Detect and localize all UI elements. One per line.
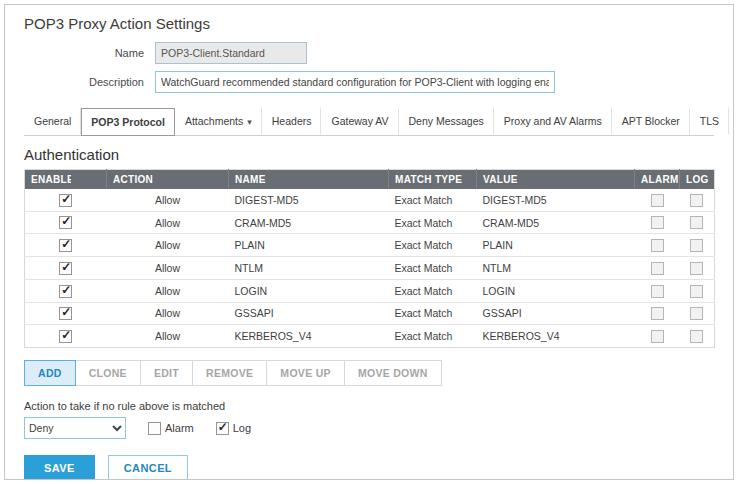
tab-general[interactable]: General — [24, 107, 81, 135]
name-cell: PLAIN — [229, 234, 389, 257]
move-down-button[interactable]: MOVE DOWN — [344, 360, 442, 386]
tab-bar: General POP3 Protocol Attachments▾ Heade… — [24, 107, 714, 136]
alarm-option[interactable]: Alarm — [148, 422, 194, 435]
table-row[interactable]: Allow PLAIN Exact Match PLAIN — [25, 234, 715, 257]
alarm-checkbox[interactable] — [651, 194, 664, 207]
col-header-alarm: ALARM — [635, 170, 680, 190]
no-rule-log-label: Log — [233, 422, 251, 434]
table-row[interactable]: Allow GSSAPI Exact Match GSSAPI — [25, 302, 715, 325]
authentication-rules-table: ENABLED ACTION NAME MATCH TYPE VALUE ALA… — [24, 169, 715, 348]
log-checkbox[interactable] — [690, 262, 703, 275]
col-header-log: LOG — [680, 170, 715, 190]
table-row[interactable]: Allow NTLM Exact Match NTLM — [25, 257, 715, 280]
clone-button[interactable]: CLONE — [75, 360, 141, 386]
no-rule-alarm-checkbox[interactable] — [148, 422, 161, 435]
log-checkbox[interactable] — [690, 194, 703, 207]
footer-actions: SAVE CANCEL — [24, 455, 714, 480]
alarm-checkbox[interactable] — [651, 330, 664, 343]
log-checkbox[interactable] — [690, 239, 703, 252]
section-title: Authentication — [24, 146, 714, 163]
enabled-checkbox[interactable] — [59, 285, 72, 298]
match-type-cell: Exact Match — [389, 279, 477, 302]
action-cell: Allow — [107, 302, 229, 325]
table-header-row: ENABLED ACTION NAME MATCH TYPE VALUE ALA… — [25, 170, 715, 190]
edit-button[interactable]: EDIT — [140, 360, 193, 386]
tab-gateway-av[interactable]: Gateway AV — [321, 107, 398, 135]
name-cell: DIGEST-MD5 — [229, 189, 389, 211]
value-cell: DIGEST-MD5 — [477, 189, 635, 211]
page-title: POP3 Proxy Action Settings — [24, 15, 714, 32]
description-row: Description — [24, 71, 714, 93]
alarm-checkbox[interactable] — [651, 216, 664, 229]
table-row[interactable]: Allow CRAM-MD5 Exact Match CRAM-MD5 — [25, 211, 715, 234]
enabled-checkbox[interactable] — [59, 262, 72, 275]
no-rule-action-select[interactable]: Deny — [24, 417, 126, 439]
action-cell: Allow — [107, 234, 229, 257]
col-header-name: NAME — [229, 170, 389, 190]
match-type-cell: Exact Match — [389, 234, 477, 257]
name-cell: NTLM — [229, 257, 389, 280]
name-cell: LOGIN — [229, 279, 389, 302]
value-cell: CRAM-MD5 — [477, 211, 635, 234]
col-header-value: VALUE — [477, 170, 635, 190]
tab-deny-messages[interactable]: Deny Messages — [399, 107, 494, 135]
enabled-checkbox[interactable] — [59, 330, 72, 343]
tab-proxy-and-av-alarms[interactable]: Proxy and AV Alarms — [494, 107, 612, 135]
settings-page: POP3 Proxy Action Settings Name Descript… — [4, 4, 734, 480]
no-rule-controls: Deny Alarm Log — [24, 417, 714, 439]
match-type-cell: Exact Match — [389, 211, 477, 234]
table-row[interactable]: Allow LOGIN Exact Match LOGIN — [25, 279, 715, 302]
enabled-checkbox[interactable] — [59, 194, 72, 207]
no-rule-log-checkbox[interactable] — [216, 422, 229, 435]
chevron-down-icon: ▾ — [247, 117, 252, 127]
table-row[interactable]: Allow KERBEROS_V4 Exact Match KERBEROS_V… — [25, 325, 715, 348]
add-button[interactable]: ADD — [24, 360, 76, 386]
value-cell: PLAIN — [477, 234, 635, 257]
name-input[interactable] — [155, 42, 307, 64]
match-type-cell: Exact Match — [389, 302, 477, 325]
name-label: Name — [24, 47, 144, 59]
description-label: Description — [24, 76, 144, 88]
alarm-checkbox[interactable] — [651, 307, 664, 320]
action-cell: Allow — [107, 211, 229, 234]
enabled-checkbox[interactable] — [59, 307, 72, 320]
tab-pop3-protocol[interactable]: POP3 Protocol — [81, 108, 175, 136]
log-checkbox[interactable] — [690, 216, 703, 229]
col-header-enabled: ENABLED — [25, 170, 107, 190]
description-input[interactable] — [155, 71, 555, 93]
value-cell: LOGIN — [477, 279, 635, 302]
no-rule-matched-label: Action to take if no rule above is match… — [24, 400, 714, 412]
col-header-match-type: MATCH TYPE — [389, 170, 477, 190]
save-button[interactable]: SAVE — [24, 455, 95, 480]
alarm-checkbox[interactable] — [651, 239, 664, 252]
match-type-cell: Exact Match — [389, 189, 477, 211]
alarm-checkbox[interactable] — [651, 285, 664, 298]
enabled-checkbox[interactable] — [59, 216, 72, 229]
log-option[interactable]: Log — [216, 422, 251, 435]
action-cell: Allow — [107, 279, 229, 302]
tab-apt-blocker[interactable]: APT Blocker — [612, 107, 690, 135]
value-cell: GSSAPI — [477, 302, 635, 325]
tab-headers[interactable]: Headers — [262, 107, 322, 135]
tab-attachments-label: Attachments — [185, 115, 243, 127]
alarm-checkbox[interactable] — [651, 262, 664, 275]
table-row[interactable]: Allow DIGEST-MD5 Exact Match DIGEST-MD5 — [25, 189, 715, 211]
action-cell: Allow — [107, 325, 229, 348]
name-row: Name — [24, 42, 714, 64]
col-header-action: ACTION — [107, 170, 229, 190]
match-type-cell: Exact Match — [389, 325, 477, 348]
log-checkbox[interactable] — [690, 307, 703, 320]
log-checkbox[interactable] — [690, 285, 703, 298]
move-up-button[interactable]: MOVE UP — [266, 360, 345, 386]
value-cell: NTLM — [477, 257, 635, 280]
value-cell: KERBEROS_V4 — [477, 325, 635, 348]
log-checkbox[interactable] — [690, 330, 703, 343]
tab-attachments[interactable]: Attachments▾ — [175, 107, 262, 135]
name-cell: KERBEROS_V4 — [229, 325, 389, 348]
remove-button[interactable]: REMOVE — [192, 360, 267, 386]
match-type-cell: Exact Match — [389, 257, 477, 280]
enabled-checkbox[interactable] — [59, 239, 72, 252]
cancel-button[interactable]: CANCEL — [108, 455, 188, 480]
name-cell: GSSAPI — [229, 302, 389, 325]
tab-tls[interactable]: TLS — [690, 107, 729, 135]
